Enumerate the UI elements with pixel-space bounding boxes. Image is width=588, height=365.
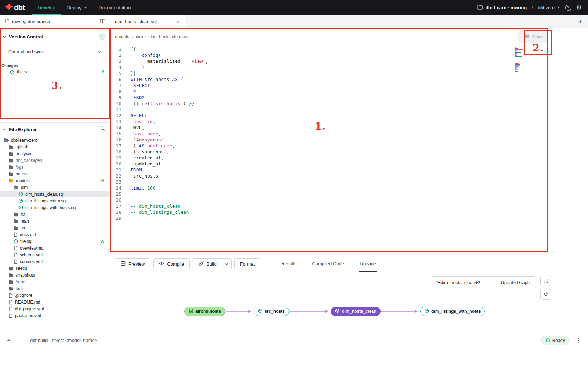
code-line: NVL( (131, 125, 208, 131)
tree-item-dim_listings_with_hosts.sql[interactable]: dim_listings_with_hosts.sql (0, 204, 110, 211)
fullscreen-icon[interactable] (540, 276, 551, 286)
commit-and-sync-button[interactable]: Commit and sync (4, 45, 106, 58)
lineage-icon-buttons: ↺ (540, 276, 551, 300)
lineage-panel: airbnb.hostssrc_hostsdim_hosts_cleandim_… (110, 272, 588, 333)
model-cube-icon (425, 309, 429, 314)
tree-item-docs.md[interactable]: docs.md (0, 231, 110, 238)
split-view-icon[interactable] (100, 19, 105, 24)
change-item-file.sql[interactable]: file.sqlA (0, 69, 110, 76)
tree-item-overview.md[interactable]: overview.md (0, 245, 110, 251)
nav-develop[interactable]: Develop (32, 0, 61, 15)
tree-item-packages.yml[interactable]: packages.yml (0, 312, 110, 319)
tree-item-target[interactable]: target (0, 278, 110, 285)
tree-item-dbt_packages[interactable]: dbt_packages (0, 157, 110, 164)
tree-item-file.sql[interactable]: file.sqlA (0, 238, 110, 245)
tree-item-fct[interactable]: fct (0, 211, 110, 218)
build-options-chevron[interactable] (222, 258, 232, 269)
search-icon[interactable] (100, 126, 105, 132)
account-selector[interactable]: dbt Learn - mwong (477, 5, 527, 11)
tree-item-.gitignore[interactable]: .gitignore (0, 292, 110, 299)
model-file-icon (13, 239, 18, 244)
minimap[interactable] (515, 47, 524, 77)
build-button[interactable]: Build (193, 258, 222, 269)
tree-item-README.md[interactable]: README.md (0, 299, 110, 305)
help-icon[interactable]: ? (565, 5, 571, 11)
code-line (131, 197, 208, 203)
file-explorer-header[interactable]: File Explorer (0, 123, 110, 135)
git-branch-icon (4, 18, 9, 24)
code-line: materialized = 'view', (131, 58, 208, 64)
kebab-menu-icon[interactable]: ⋮ (576, 337, 582, 344)
tree-item-schema.yml[interactable]: schema.yml (0, 251, 110, 258)
breadcrumb-item[interactable]: models (115, 34, 129, 39)
project-selector[interactable]: dbt zero (538, 5, 560, 10)
content-row: mwong-dev-branch Version Control 1 Commi… (0, 15, 588, 333)
reset-view-icon[interactable]: ↺ (540, 289, 551, 300)
bottom-space (0, 347, 588, 365)
tree-item-.github[interactable]: .github (0, 143, 110, 150)
file-icon (9, 300, 13, 305)
compile-button[interactable]: Compile (153, 258, 190, 269)
tree-item-dbt_project.yml[interactable]: dbt_project.yml (0, 305, 110, 312)
tree-item-tests[interactable]: tests (0, 285, 110, 292)
folder-icon (9, 280, 13, 284)
breadcrumb-item[interactable]: dim_hosts_clean.sql (149, 34, 189, 39)
nav-deploy[interactable]: Deploy (61, 0, 93, 15)
tree-item-dim[interactable]: dim (0, 184, 110, 191)
main-column: dim_hosts_clean.sql × + models›dim›dim_h… (110, 15, 588, 333)
preview-grid-icon (121, 261, 126, 267)
update-graph-button[interactable]: Update Graph (495, 276, 536, 288)
lineage-node-src_hosts[interactable]: src_hosts (254, 307, 289, 316)
code-content[interactable]: {{ config( materialized = 'view', )}}WIT… (126, 45, 208, 256)
tree-item-macros[interactable]: macros (0, 170, 110, 177)
tree-item-src[interactable]: src (0, 224, 110, 231)
close-icon[interactable]: × (174, 18, 181, 24)
code-line: }} (131, 70, 208, 76)
lineage-selector-input[interactable] (431, 276, 495, 288)
tree-item-dim_listings_clean.sql[interactable]: dim_listings_clean.sql (0, 197, 110, 204)
lineage-node-dim_hosts_clean[interactable]: dim_hosts_clean (331, 307, 381, 316)
rocket-icon (198, 261, 204, 267)
tab-lineage[interactable]: Lineage (359, 256, 377, 272)
code-line: ) AS host_name, (131, 143, 208, 149)
lineage-node-dim_listings_with_hosts[interactable]: dim_listings_with_hosts (420, 307, 485, 316)
file-explorer-title: File Explorer (9, 127, 98, 132)
tree-item-mart[interactable]: mart (0, 218, 110, 224)
chevron-down-icon (3, 126, 6, 132)
lineage-node-airbnb.hosts[interactable]: airbnb.hosts (184, 307, 225, 316)
branch-name[interactable]: mwong-dev-branch (12, 19, 97, 24)
preview-button[interactable]: Preview (115, 258, 150, 269)
version-control-header[interactable]: Version Control 1 (0, 32, 110, 44)
nav-documentation[interactable]: Documentation (93, 0, 137, 15)
tree-item-analyses[interactable]: analyses (0, 150, 110, 157)
commit-options-chevron[interactable] (93, 45, 106, 58)
tree-item-logs[interactable]: logs (0, 164, 110, 170)
new-tab-button[interactable]: + (572, 17, 588, 26)
command-input[interactable]: dbt build --select <model_name> (30, 338, 97, 343)
tab-compiled-code[interactable]: Compiled Code (311, 256, 345, 272)
status-label: Ready (552, 338, 565, 343)
tree-item-sources.yml[interactable]: sources.yml (0, 258, 110, 265)
tree-item-dbt-learn-zero[interactable]: dbt-learn-zero (0, 137, 110, 143)
code-line: created_at, (131, 155, 208, 161)
tab-results[interactable]: Results (280, 256, 298, 272)
save-button[interactable]: Save (518, 31, 548, 43)
dbt-logo[interactable]: dbt (4, 0, 32, 15)
format-button[interactable]: Format (234, 258, 260, 269)
code-editor[interactable]: 1234567891011121314151617181920212223242… (110, 45, 588, 256)
code-line (131, 215, 208, 221)
compile-label: Compile (167, 261, 184, 267)
breadcrumb-separator: › (132, 34, 133, 39)
tree-item-dim_hosts_clean.sql[interactable]: dim_hosts_clean.sql (0, 191, 110, 197)
breadcrumb: models›dim›dim_hosts_clean.sql (115, 34, 189, 39)
chevron-up-icon[interactable] (6, 338, 11, 343)
tree-item-seeds[interactable]: seeds (0, 265, 110, 272)
breadcrumb-item[interactable]: dim (136, 34, 143, 39)
save-icon (524, 33, 529, 40)
tree-item-snapshots[interactable]: snapshots (0, 272, 110, 278)
gear-icon[interactable]: ⚙ (576, 5, 582, 11)
tab-dim-hosts-clean[interactable]: dim_hosts_clean.sql × (110, 15, 185, 28)
tree-item-models[interactable]: modelsM (0, 177, 110, 184)
code-line: -- dim_hosts_clean (131, 203, 208, 209)
code-line (131, 191, 208, 197)
